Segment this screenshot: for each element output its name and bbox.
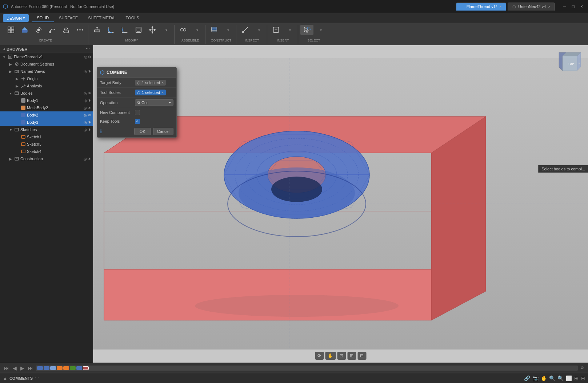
timeline-to-start[interactable]: ⏮	[3, 364, 10, 372]
shell-button[interactable]	[132, 25, 145, 35]
minimize-button[interactable]: ─	[561, 3, 568, 10]
tree-item-sketches[interactable]: ▾ Sketches ◎ 👁	[0, 126, 93, 133]
bodies-vis-icon[interactable]: ◎	[84, 91, 87, 95]
press-pull-button[interactable]	[91, 25, 104, 35]
modify-arrow[interactable]: ▾	[160, 27, 173, 33]
pan-button[interactable]: ✋	[325, 352, 336, 360]
tool-bodies-clear[interactable]: ×	[161, 91, 164, 95]
named-views-eye-icon[interactable]: 👁	[88, 70, 91, 74]
orbit-button[interactable]: ⟳	[315, 352, 324, 360]
tab-close-2[interactable]: ×	[548, 5, 550, 9]
move-button[interactable]	[146, 25, 159, 35]
tree-item-analysis[interactable]: ▶ Analysis	[0, 82, 93, 90]
tree-item-sketch3[interactable]: ▶ Sketch3	[0, 141, 93, 148]
tree-item-sketch4[interactable]: ▶ Sketch4	[0, 148, 93, 155]
new-component-checkbox[interactable]	[135, 110, 140, 115]
create-more-button[interactable]	[73, 25, 87, 35]
tree-item-meshbody2[interactable]: ▶ MeshBody2 ◎ 👁	[0, 104, 93, 111]
tab-close-1[interactable]: ×	[499, 5, 501, 9]
keep-tools-checkbox[interactable]: ✓	[135, 119, 140, 124]
tab-sheet-metal[interactable]: SHEET METAL	[83, 14, 120, 22]
status-link-icon[interactable]: 🔗	[524, 375, 530, 381]
tree-item-origin[interactable]: ▶ Origin	[0, 75, 93, 82]
tree-item-flamethread[interactable]: ▾ FlameThread v1 ◎ ⚙	[0, 53, 93, 60]
sketches-vis-icon[interactable]: ◎	[84, 128, 87, 132]
target-body-clear[interactable]: ×	[161, 81, 164, 85]
sketches-eye-icon[interactable]: 👁	[88, 128, 91, 132]
bodies-eye-icon[interactable]: 👁	[88, 91, 91, 95]
browser-collapse-icon[interactable]: ◂	[3, 47, 5, 51]
tool-bodies-badge[interactable]: ⬡ 1 selected ×	[135, 90, 166, 95]
body3-vis-icon[interactable]: ◎	[84, 121, 87, 125]
meshbody2-vis-icon[interactable]: ◎	[84, 106, 87, 110]
body3-eye-icon[interactable]: 👁	[88, 121, 91, 125]
window-tab-1[interactable]: ⬡ FlameThread v1* ×	[456, 3, 506, 11]
tab-surface[interactable]: SURFACE	[54, 14, 83, 22]
tree-item-body1[interactable]: ▶ Body1 ◎ 👁	[0, 97, 93, 104]
tree-item-named-views[interactable]: ▶ Named Views ◎ 👁	[0, 68, 93, 75]
fillet-button[interactable]	[104, 25, 117, 35]
inspect-arrow[interactable]: ▾	[252, 27, 265, 33]
3d-viewport[interactable]: ⬡ COMBINE Target Body ⬡ 1 selected × Too…	[93, 45, 588, 363]
joint-button[interactable]	[177, 25, 190, 35]
tree-item-body3[interactable]: ▶ Body3 ◎ 👁	[0, 119, 93, 126]
extrude-button[interactable]	[18, 25, 31, 35]
browser-options-icon[interactable]: ⋯	[86, 47, 90, 51]
tree-item-settings-icon[interactable]: ⚙	[88, 55, 91, 59]
navigation-cube[interactable]: TOP L R	[555, 49, 584, 78]
construction-eye-icon[interactable]: 👁	[88, 157, 91, 161]
ok-button[interactable]: OK	[134, 128, 151, 135]
close-button[interactable]: ×	[578, 3, 585, 10]
timeline-settings-icon[interactable]: ⚙	[579, 365, 585, 371]
zoom-fit-button[interactable]: ⊡	[337, 352, 346, 360]
assemble-arrow[interactable]: ▾	[191, 27, 204, 33]
body2-vis-icon[interactable]: ◎	[84, 113, 87, 117]
browser-header[interactable]: ◂ BROWSER ⋯	[0, 45, 93, 53]
status-zoom-out-icon[interactable]: 🔍	[557, 375, 564, 381]
loft-button[interactable]	[60, 25, 73, 35]
tree-item-visibility-icon[interactable]: ◎	[84, 55, 87, 59]
measure-button[interactable]	[239, 25, 252, 35]
maximize-button[interactable]: □	[570, 3, 577, 10]
timeline-prev[interactable]: ◀	[12, 364, 18, 372]
offset-plane-button[interactable]	[208, 25, 221, 35]
comments-expand-icon[interactable]: ▲	[3, 376, 7, 381]
body2-eye-icon[interactable]: 👁	[88, 113, 91, 117]
tree-item-body2[interactable]: ▶ Body2 ◎ 👁	[0, 111, 93, 119]
status-pan-icon[interactable]: ✋	[541, 375, 547, 381]
select-arrow[interactable]: ▾	[314, 27, 327, 33]
tab-solid[interactable]: SOLID	[32, 14, 54, 22]
meshbody2-eye-icon[interactable]: 👁	[88, 106, 91, 110]
timeline-track[interactable]	[36, 366, 578, 371]
tree-item-doc-settings[interactable]: ▶ Document Settings	[0, 60, 93, 68]
design-dropdown[interactable]: DESIGN ▾	[3, 14, 29, 22]
comments-options-icon[interactable]: ⋯	[35, 376, 39, 380]
sweep-button[interactable]	[46, 25, 59, 35]
grid-button[interactable]: ⊟	[357, 352, 366, 360]
tab-tools[interactable]: TOOLS	[121, 14, 144, 22]
construct-arrow[interactable]: ▾	[221, 27, 235, 33]
tree-item-sketch1[interactable]: ▶ Sketch1	[0, 133, 93, 141]
construction-vis-icon[interactable]: ◎	[84, 157, 87, 161]
status-view-icon[interactable]: ⬜	[566, 375, 572, 381]
cancel-button[interactable]: Cancel	[153, 128, 173, 135]
named-views-vis-icon[interactable]: ◎	[84, 70, 87, 74]
tree-item-construction[interactable]: ▶ Construction ◎ 👁	[0, 155, 93, 162]
new-component-button[interactable]	[4, 25, 17, 35]
window-tab-2[interactable]: ⬡ UntenNeu42 v4 ×	[508, 3, 555, 11]
target-body-badge[interactable]: ⬡ 1 selected ×	[135, 80, 166, 86]
timeline-next[interactable]: ⏭	[27, 364, 34, 372]
status-zoom-in-icon[interactable]: 🔍	[549, 375, 555, 381]
body1-vis-icon[interactable]: ◎	[84, 99, 87, 103]
insert-arrow[interactable]: ▾	[283, 27, 296, 33]
revolve-button[interactable]	[32, 25, 45, 35]
status-display-icon[interactable]: ⊟	[581, 375, 585, 381]
insert-button[interactable]	[269, 25, 283, 35]
body1-eye-icon[interactable]: 👁	[88, 99, 91, 103]
status-camera-icon[interactable]: 📷	[532, 375, 539, 381]
status-grid-icon[interactable]: ⊞	[574, 375, 579, 381]
operation-select[interactable]: ⧉ Cut ▾	[135, 99, 173, 106]
timeline-play[interactable]: ▶	[19, 364, 25, 372]
display-mode-button[interactable]: ⊞	[347, 352, 356, 360]
tree-item-bodies[interactable]: ▾ Bodies ◎ 👁	[0, 90, 93, 97]
